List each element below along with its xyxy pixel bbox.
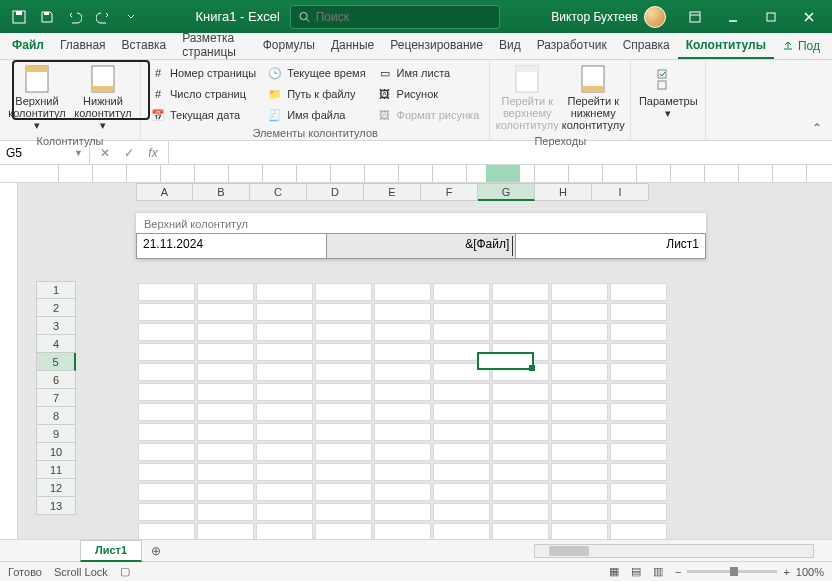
col-header[interactable]: C <box>250 183 307 201</box>
minimize-icon[interactable] <box>716 4 750 30</box>
header-right[interactable]: Лист1 <box>516 234 705 258</box>
header-center[interactable]: &[Файл] <box>326 234 517 258</box>
svg-point-3 <box>300 12 307 19</box>
view-page-break-icon[interactable]: ▥ <box>653 565 663 578</box>
tab-data[interactable]: Данные <box>323 33 382 59</box>
macro-record-icon[interactable]: ▢ <box>120 565 130 578</box>
search-box[interactable] <box>290 5 500 29</box>
group-label: Колонтитулы <box>37 133 104 150</box>
footer-button[interactable]: Нижний колонтитул ▾ <box>72 63 134 133</box>
save-icon[interactable] <box>34 4 60 30</box>
row-header[interactable]: 7 <box>36 389 76 407</box>
page-number-button[interactable]: #Номер страницы <box>147 63 260 83</box>
options-button[interactable]: Параметры ▾ <box>637 63 699 123</box>
row-header[interactable]: 8 <box>36 407 76 425</box>
tab-formulas[interactable]: Формулы <box>255 33 323 59</box>
formula-input[interactable] <box>169 141 832 164</box>
undo-icon[interactable] <box>62 4 88 30</box>
tab-view[interactable]: Вид <box>491 33 529 59</box>
row-header[interactable]: 3 <box>36 317 76 335</box>
row-header[interactable]: 5 <box>36 353 76 371</box>
zoom-out-icon[interactable]: − <box>675 566 681 578</box>
zoom-slider[interactable] <box>687 570 777 573</box>
row-headers[interactable]: 1 2 3 4 5 6 7 8 9 10 11 12 13 <box>36 281 76 515</box>
column-headers[interactable]: A B C D E F G H I <box>136 183 649 201</box>
file-path-button[interactable]: 📁Путь к файлу <box>264 84 369 104</box>
current-date-button[interactable]: 📅Текущая дата <box>147 105 260 125</box>
row-header[interactable]: 11 <box>36 461 76 479</box>
cell-grid[interactable] <box>136 281 669 539</box>
sheet-tab[interactable]: Лист1 <box>80 540 142 562</box>
worksheet-area: A B C D E F G H I Верхний колонтитул 21.… <box>0 183 832 539</box>
col-header[interactable]: H <box>535 183 592 201</box>
view-normal-icon[interactable]: ▦ <box>609 565 619 578</box>
goto-footer-button[interactable]: Перейти к нижнему колонтитулу <box>562 63 624 133</box>
col-header[interactable]: D <box>307 183 364 201</box>
current-time-button[interactable]: 🕒Текущее время <box>264 63 369 83</box>
svg-rect-2 <box>44 12 49 15</box>
col-header[interactable]: A <box>136 183 193 201</box>
sheet-name-button[interactable]: ▭Имя листа <box>374 63 484 83</box>
tab-home[interactable]: Главная <box>52 33 114 59</box>
file-name-button[interactable]: 🧾Имя файла <box>264 105 369 125</box>
page-preview: Верхний колонтитул 21.11.2024 &[Файл] Ли… <box>136 213 706 259</box>
avatar <box>644 6 666 28</box>
close-icon[interactable] <box>792 4 826 30</box>
row-header[interactable]: 4 <box>36 335 76 353</box>
share-button[interactable]: Под <box>774 33 828 59</box>
col-header[interactable]: G <box>478 183 535 201</box>
maximize-icon[interactable] <box>754 4 788 30</box>
accept-icon[interactable]: ✓ <box>118 142 140 164</box>
redo-icon[interactable] <box>90 4 116 30</box>
qat-dropdown-icon[interactable] <box>118 4 144 30</box>
svg-rect-13 <box>582 86 604 92</box>
autosave-icon[interactable] <box>6 4 32 30</box>
tab-help[interactable]: Справка <box>615 33 678 59</box>
vertical-ruler[interactable] <box>0 183 18 539</box>
zoom-in-icon[interactable]: + <box>783 566 789 578</box>
excel-icon: 🧾 <box>268 108 282 122</box>
tab-insert[interactable]: Вставка <box>114 33 175 59</box>
add-sheet-button[interactable]: ⊕ <box>142 544 170 558</box>
tab-developer[interactable]: Разработчик <box>529 33 615 59</box>
row-header[interactable]: 2 <box>36 299 76 317</box>
header-left[interactable]: 21.11.2024 <box>137 234 326 258</box>
title-bar: Книга1 - Excel Виктор Бухтеев <box>0 0 832 33</box>
view-page-layout-icon[interactable]: ▤ <box>631 565 641 578</box>
group-label: Элементы колонтитулов <box>252 125 378 142</box>
col-header[interactable]: B <box>193 183 250 201</box>
picture-icon: 🖼 <box>378 87 392 101</box>
ribbon-options-icon[interactable] <box>678 4 712 30</box>
tab-review[interactable]: Рецензирование <box>382 33 491 59</box>
row-header[interactable]: 1 <box>36 281 76 299</box>
checkbox-icon <box>654 65 682 93</box>
tab-page-layout[interactable]: Разметка страницы <box>174 33 254 59</box>
header-button[interactable]: Верхний колонтитул ▾ <box>6 63 68 133</box>
horizontal-scrollbar[interactable] <box>534 544 814 558</box>
fx-icon[interactable]: fx <box>142 142 164 164</box>
picture-button[interactable]: 🖼Рисунок <box>374 84 484 104</box>
svg-rect-1 <box>16 11 22 15</box>
row-header[interactable]: 13 <box>36 497 76 515</box>
row-header[interactable]: 6 <box>36 371 76 389</box>
col-header[interactable]: I <box>592 183 649 201</box>
svg-rect-4 <box>690 12 700 22</box>
tab-header-footer[interactable]: Колонтитулы <box>678 33 774 59</box>
goto-header-button: Перейти к верхнему колонтитулу <box>496 63 558 133</box>
collapse-ribbon-icon[interactable]: ⌃ <box>808 120 826 136</box>
row-header[interactable]: 12 <box>36 479 76 497</box>
header-row[interactable]: 21.11.2024 &[Файл] Лист1 <box>136 233 706 259</box>
zoom-control[interactable]: − + 100% <box>675 566 824 578</box>
col-header[interactable]: E <box>364 183 421 201</box>
horizontal-ruler[interactable] <box>0 165 832 183</box>
row-header[interactable]: 10 <box>36 443 76 461</box>
user-account[interactable]: Виктор Бухтеев <box>551 6 666 28</box>
zoom-level[interactable]: 100% <box>796 566 824 578</box>
page-header-icon <box>513 65 541 93</box>
row-header[interactable]: 9 <box>36 425 76 443</box>
col-header[interactable]: F <box>421 183 478 201</box>
page-count-button[interactable]: #Число страниц <box>147 84 260 104</box>
search-input[interactable] <box>316 10 491 24</box>
tab-file[interactable]: Файл <box>4 33 52 59</box>
group-label: Переходы <box>534 133 586 150</box>
